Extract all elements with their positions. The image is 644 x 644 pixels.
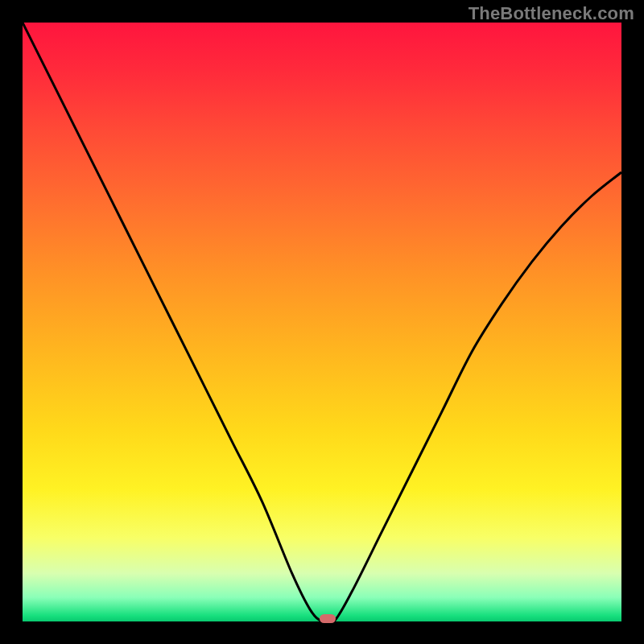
minimum-marker-icon — [320, 614, 336, 623]
chart-frame: TheBottleneck.com — [0, 0, 644, 644]
watermark-text: TheBottleneck.com — [469, 3, 634, 24]
bottleneck-curve — [23, 23, 621, 621]
plot-area — [23, 23, 621, 621]
